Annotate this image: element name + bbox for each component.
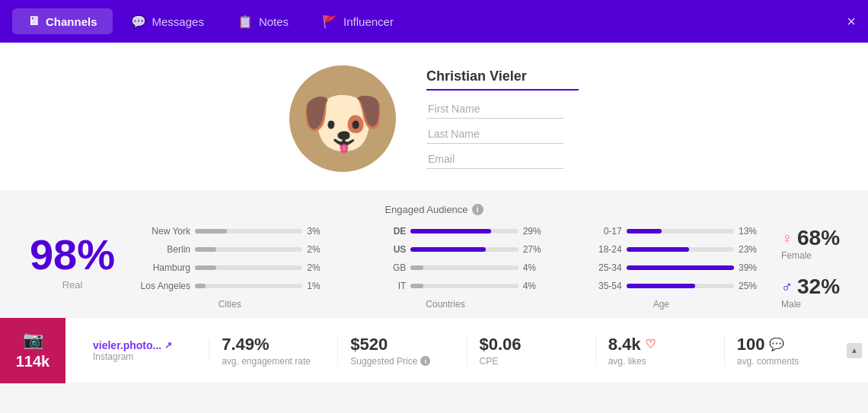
country-row-us: US 27% [345,244,545,255]
male-pct: 32% [797,275,840,299]
avatar: 🐶 [289,65,396,172]
country-bar-track [410,247,518,252]
country-bar-track [410,265,518,270]
cpe-label: CPE [480,356,499,367]
monitor-icon: 🖥 [27,14,40,28]
tab-influencer[interactable]: 🚩 Influencer [307,8,409,35]
gender-column: ♀ 68% Female ♂ 32% Male [769,226,845,310]
countries-title: Countries [345,299,545,310]
cities-column: New York 3% Berlin 2% Hamburg 2% [122,226,337,310]
price-label: Suggested Price i [350,356,430,367]
country-label: IT [345,281,406,291]
country-bar [410,284,423,288]
audience-title: Engaged Audience i [23,204,845,215]
country-bar-track [410,284,518,288]
city-val: 3% [307,226,330,237]
female-icon: ♀ [781,230,793,247]
likes-label: avg. likes [608,356,646,367]
bottom-bar: 📷 114k vieler.photo... ↗ Instagram 7.49%… [0,317,868,383]
age-val: 13% [739,226,761,237]
age-bar-track [627,284,734,288]
instagram-icon: 📷 [23,330,43,350]
real-pct-value: 98% [30,234,115,276]
gender-female: ♀ 68% Female [781,226,845,261]
age-column: 0-17 13% 18-24 23% 25-34 39% [554,226,769,310]
header: 🖥 Channels 💬 Messages 📋 Notes 🚩 Influenc… [0,0,868,43]
first-name-input[interactable] [426,100,563,119]
comments-label: avg. comments [737,356,799,367]
age-row-0-17: 0-17 13% [561,226,761,237]
age-label: 25-34 [561,262,622,273]
heart-icon: ♡ [645,337,656,351]
country-val: 29% [523,226,546,237]
comments-stat: 100 💬 avg. comments [725,335,853,367]
age-label: 0-17 [561,226,622,237]
city-row-hamburg: Hamburg 2% [129,262,330,273]
email-input[interactable] [426,150,563,169]
country-label: DE [345,226,406,237]
female-label: Female [781,250,812,261]
age-bar [627,247,689,252]
age-val: 23% [739,244,761,255]
city-label: New York [129,226,190,237]
city-val: 2% [307,244,330,255]
likes-stat: 8.4k ♡ avg. likes [596,335,725,367]
close-button[interactable]: × [847,13,856,30]
price-value: $520 [350,335,388,354]
nav-tabs: 🖥 Channels 💬 Messages 📋 Notes 🚩 Influenc… [12,8,409,35]
price-info-icon[interactable]: i [420,356,430,366]
city-bar-track [195,265,302,270]
likes-value: 8.4k ♡ [608,335,656,354]
cpe-value: $0.06 [480,335,522,354]
gender-male-row: ♂ 32% [781,275,840,299]
countries-column: DE 29% US 27% GB 4% IT [337,226,553,310]
country-bar-track [410,229,518,234]
comment-icon: 💬 [769,337,784,351]
profile-link-stat: vieler.photo... ↗ Instagram [81,339,209,362]
profile-section: 🐶 Christian Vieler [0,43,868,190]
age-label: 18-24 [561,244,622,255]
tab-channels[interactable]: 🖥 Channels [12,8,113,34]
age-bar [627,229,662,234]
country-val: 4% [523,262,546,273]
profile-link[interactable]: vieler.photo... ↗ [93,339,172,351]
bottom-stats: vieler.photo... ↗ Instagram 7.49% avg. e… [65,335,868,367]
city-bar [195,265,216,270]
city-bar-track [195,229,302,234]
engagement-label: avg. engagement rate [222,356,311,367]
country-bar [410,265,423,270]
country-label: US [345,244,406,255]
scroll-up-button[interactable]: ▲ [847,343,862,358]
country-row-gb: GB 4% [345,262,545,273]
comments-value: 100 💬 [737,335,784,354]
age-bar-track [627,247,734,252]
city-bar [195,247,216,252]
profile-fields: Christian Vieler [426,65,579,172]
chat-icon: 💬 [131,14,146,29]
gender-male: ♂ 32% Male [781,275,845,310]
age-val: 25% [739,281,761,291]
country-val: 4% [523,281,546,291]
age-row-25-34: 25-34 39% [561,262,761,273]
age-label: 35-54 [561,281,622,291]
audience-info-icon[interactable]: i [472,204,483,215]
age-bar [627,284,695,288]
instagram-count: 114k [16,353,50,370]
avatar-image: 🐶 [300,88,385,157]
city-bar-track [195,247,302,252]
city-val: 1% [307,281,330,291]
notes-icon: 📋 [238,14,253,29]
last-name-input[interactable] [426,125,563,144]
country-row-de: DE 29% [345,226,545,237]
real-percentage: 98% Real [23,226,122,291]
cities-title: Cities [129,299,330,310]
age-bar-track [627,265,734,270]
age-row-35-54: 35-54 25% [561,281,761,291]
city-row-berlin: Berlin 2% [129,244,330,255]
city-val: 2% [307,262,330,273]
audience-grid: 98% Real New York 3% Berlin 2% Hamburg [23,226,845,310]
male-label: Male [781,299,801,310]
real-label: Real [62,279,83,291]
tab-notes[interactable]: 📋 Notes [222,8,304,35]
tab-messages[interactable]: 💬 Messages [116,8,219,35]
